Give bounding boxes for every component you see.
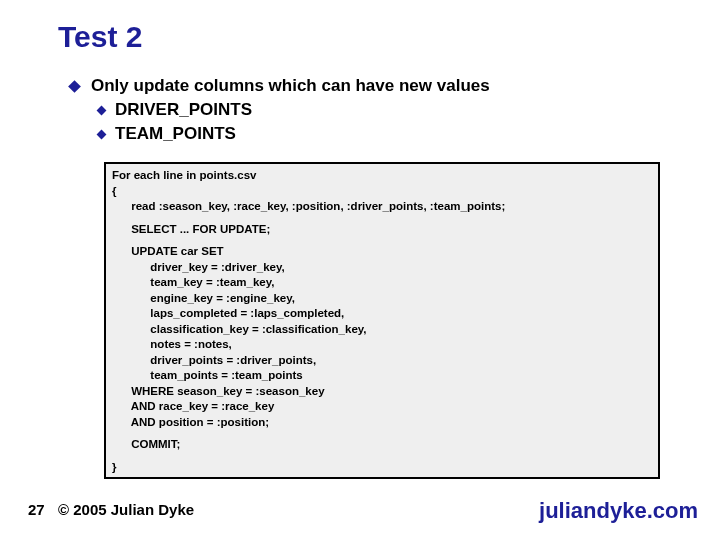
slide: Test 2 Only update columns which can hav…: [0, 0, 720, 540]
code-line: AND race_key = :race_key: [112, 399, 652, 415]
code-line: engine_key = :engine_key,: [112, 291, 652, 307]
copyright: © 2005 Julian Dyke: [58, 501, 194, 518]
code-line: read :season_key, :race_key, :position, …: [112, 199, 652, 215]
code-line: WHERE season_key = :season_key: [112, 384, 652, 400]
code-line: classification_key = :classification_key…: [112, 322, 652, 338]
code-line: For each line in points.csv: [112, 168, 652, 184]
code-line: laps_completed = :laps_completed,: [112, 306, 652, 322]
code-line: SELECT ... FOR UPDATE;: [112, 222, 652, 238]
slide-title: Test 2: [58, 20, 142, 54]
diamond-icon: [97, 106, 107, 116]
bullet-list: Only update columns which can have new v…: [70, 76, 490, 144]
code-line: UPDATE car SET: [112, 244, 652, 260]
code-line: }: [112, 460, 652, 476]
code-line: driver_key = :driver_key,: [112, 260, 652, 276]
code-line: COMMIT;: [112, 437, 652, 453]
bullet-sub-1: DRIVER_POINTS: [98, 100, 490, 120]
bullet-sub-2-text: TEAM_POINTS: [115, 124, 236, 144]
code-line: team_key = :team_key,: [112, 275, 652, 291]
bullet-sub-2: TEAM_POINTS: [98, 124, 490, 144]
code-box: For each line in points.csv { read :seas…: [104, 162, 660, 479]
code-line: notes = :notes,: [112, 337, 652, 353]
page-number: 27: [28, 501, 45, 518]
bullet-sub-1-text: DRIVER_POINTS: [115, 100, 252, 120]
bullet-main-text: Only update columns which can have new v…: [91, 76, 490, 96]
code-line: team_points = :team_points: [112, 368, 652, 384]
code-line: driver_points = :driver_points,: [112, 353, 652, 369]
bullet-main: Only update columns which can have new v…: [70, 76, 490, 96]
code-line: AND position = :position;: [112, 415, 652, 431]
code-line: {: [112, 184, 652, 200]
diamond-icon: [68, 80, 81, 93]
diamond-icon: [97, 130, 107, 140]
website: juliandyke.com: [539, 498, 698, 524]
